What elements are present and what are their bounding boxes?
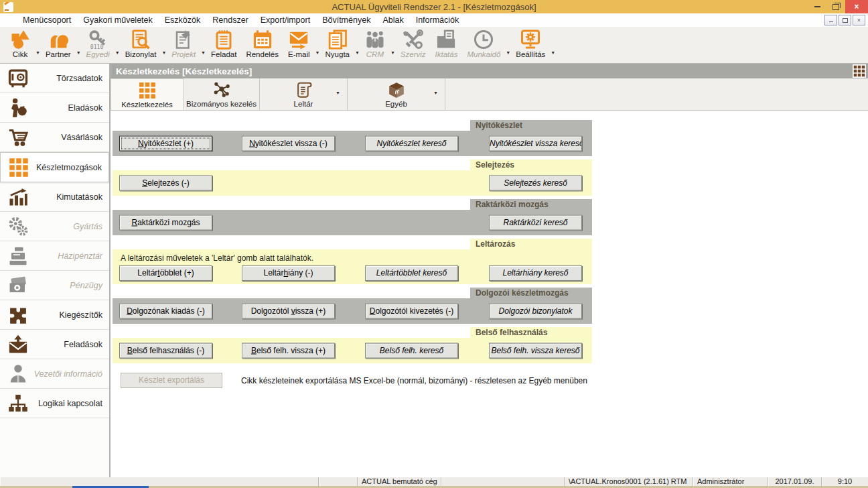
toolbar-label: Nyugta xyxy=(326,50,350,58)
tab-bizományos-kezelés[interactable]: Bizományos kezelés xyxy=(184,78,260,110)
svg-text:0110: 0110 xyxy=(90,44,104,50)
toolbar-crm-dropdown-arrow-icon[interactable]: ▼ xyxy=(390,50,396,55)
dolgozótól-kivezetés-button[interactable]: Dolgozótól kivezetés (-) xyxy=(365,304,458,319)
section-title: Leltározás xyxy=(469,238,592,249)
nyitókészlet-vissza-button[interactable]: Nyitókészlet vissza (-) xyxy=(242,136,335,151)
filing-folder-icon xyxy=(436,29,456,50)
title-bar: ACTUAL Ügyviteli Rendszer 2.1 - [Készlet… xyxy=(0,0,868,13)
toolbar-e-mail-dropdown-arrow-icon[interactable]: ▼ xyxy=(315,50,321,55)
dolgozói-bizonylatok-button[interactable]: Dolgozói bizonylatok xyxy=(489,304,582,319)
stock-export-button: Készlet exportálás xyxy=(121,373,222,388)
sidebar-item-label: Vezetői információ xyxy=(28,369,102,379)
toolbar-bizonylat-dropdown-arrow-icon[interactable]: ▼ xyxy=(161,50,167,55)
toolbar-label: Partner xyxy=(46,50,71,58)
dolgozónak-kiadás-button[interactable]: Dolgozónak kiadás (-) xyxy=(119,304,212,319)
tab-készletkezelés[interactable]: Készletkezelés xyxy=(111,78,184,110)
sidebar-item-törzsadatok[interactable]: Törzsadatok xyxy=(0,64,109,93)
sidebar-item-label: Vásárlások xyxy=(28,133,102,142)
person-icon xyxy=(8,364,28,384)
toolbar-rendelés-button[interactable]: Rendelés xyxy=(241,27,283,58)
tab-egyéb[interactable]: Egyéb▼ xyxy=(348,78,445,110)
menu-információk[interactable]: Információk xyxy=(410,15,465,25)
toolbar-munkaidő-dropdown-arrow-icon[interactable]: ▼ xyxy=(505,50,511,55)
toolbar-cikk-button[interactable]: Cikk xyxy=(5,27,35,58)
grid-icon xyxy=(139,82,156,99)
sidebar-item-kimutatások[interactable]: Kimutatások xyxy=(0,182,109,212)
dolgozótól-vissza-button[interactable]: Dolgozótól vissza (+) xyxy=(242,304,335,319)
minimize-button[interactable] xyxy=(808,0,826,13)
toolbar-cikk-dropdown-arrow-icon[interactable]: ▼ xyxy=(35,50,41,55)
toolbar-projekt-dropdown-arrow-icon[interactable]: ▼ xyxy=(200,50,206,55)
sidebar-item-label: Kimutatások xyxy=(28,192,102,202)
mdi-restore-button[interactable] xyxy=(839,15,851,25)
sidebar-item-logikai-kapcsolat[interactable]: Logikai kapcsolat xyxy=(0,389,109,418)
menu-gyakori-műveletek[interactable]: Gyakori műveletek xyxy=(77,15,159,25)
toolbar-bizonylat-button[interactable]: Bizonylat xyxy=(121,27,161,58)
belső-felh-vissza-kereső-button[interactable]: Belső felh. vissza kereső xyxy=(489,343,582,359)
main-toolbar: Cikk▼Partner▼0110Egyedi▼Bizonylat▼Projek… xyxy=(0,27,868,63)
status-database: \ACTUAL.Kronos0001 (2.1.61) RTM xyxy=(565,477,693,486)
sidebar-item-label: Pénzügy xyxy=(28,281,102,290)
menu-eszközök[interactable]: Eszközök xyxy=(159,15,207,25)
tab-dropdown-arrow-icon[interactable]: ▼ xyxy=(336,90,340,95)
box-icon xyxy=(388,81,405,99)
toolbar-egyedi-dropdown-arrow-icon[interactable]: ▼ xyxy=(115,50,121,55)
sidebar-item-eladások[interactable]: Eladások xyxy=(0,93,109,123)
sidebar-item-label: Gyártás xyxy=(28,222,102,231)
toolbar-nyugta-button[interactable]: Nyugta xyxy=(321,27,354,58)
section-nyitókészlet: NyitókészletNyitókészlet (+)Nyitókészlet… xyxy=(113,119,592,156)
toolbar-beállítás-dropdown-arrow-icon[interactable]: ▼ xyxy=(550,50,556,55)
restore-button[interactable] xyxy=(826,0,845,13)
nyitókészlet-button[interactable]: Nyitókészlet (+) xyxy=(119,136,212,151)
menu-ablak[interactable]: Ablak xyxy=(376,15,409,25)
raktárközi-mozgás-button[interactable]: Raktárközi mozgás xyxy=(119,215,212,231)
belső-felh-kereső-button[interactable]: Belső felh. kereső xyxy=(365,343,458,359)
leltárhiány-kereső-button[interactable]: Leltárhiány kereső xyxy=(489,265,582,281)
sidebar-item-gyártás: Gyártás xyxy=(0,212,109,241)
leltártöbblet-button[interactable]: Leltártöbblet (+) xyxy=(119,265,212,281)
menu-grid-icon[interactable] xyxy=(5,15,14,25)
service-tools-icon xyxy=(403,29,423,50)
sidebar-item-feladások[interactable]: Feladások xyxy=(0,330,109,359)
menu-menücsoport[interactable]: Menücsoport xyxy=(17,15,77,25)
raktárközi-kereső-button[interactable]: Raktárközi kereső xyxy=(489,215,582,231)
toolbar-label: Bizonylat xyxy=(125,50,157,58)
sidebar-item-kiegészítők[interactable]: Kiegészítők xyxy=(0,300,109,330)
export-row: Készlet exportálás Cikk készleteinek exp… xyxy=(113,373,868,388)
task-notepad-icon xyxy=(214,29,234,50)
selejtezés-button[interactable]: Selejtezés (-) xyxy=(119,176,212,191)
toolbar-projekt-button: Projekt xyxy=(167,27,200,58)
status-company: ACTUAL bemutató cég xyxy=(358,477,441,486)
close-button[interactable]: × xyxy=(845,0,868,13)
grid-icon[interactable] xyxy=(853,64,866,78)
sidebar-item-label: Házipénztár xyxy=(28,251,102,261)
menu-bővítmények[interactable]: Bővítmények xyxy=(316,15,376,25)
mdi-close-button[interactable]: × xyxy=(853,15,865,25)
sidebar-item-vásárlások[interactable]: Vásárlások xyxy=(0,123,109,152)
toolbar-nyugta-dropdown-arrow-icon[interactable]: ▼ xyxy=(354,50,360,55)
sidebar-item-pénzügy: Pénzügy xyxy=(0,271,109,300)
menu-export-import[interactable]: Export/import xyxy=(255,15,316,25)
status-empty-2 xyxy=(319,477,358,486)
toolbar-label: Szerviz xyxy=(401,50,426,58)
sidebar-item-label: Feladások xyxy=(28,340,102,349)
mdi-minimize-button[interactable] xyxy=(824,15,837,25)
toolbar-beállítás-button[interactable]: Beállítás xyxy=(511,27,550,58)
toolbar-partner-dropdown-arrow-icon[interactable]: ▼ xyxy=(76,50,82,55)
menu-rendszer[interactable]: Rendszer xyxy=(206,15,255,25)
tab-leltár[interactable]: Leltár▼ xyxy=(260,78,348,110)
nyitókészlet-vissza-kereső-button[interactable]: Nyitókészlet vissza kereső xyxy=(489,136,582,151)
toolbar-partner-button[interactable]: Partner xyxy=(41,27,76,58)
nyitókészlet-kereső-button[interactable]: Nyitókészlet kereső xyxy=(365,136,458,151)
leltártöbblet-kereső-button[interactable]: Leltártöbblet kereső xyxy=(365,265,458,281)
sidebar-item-készletmozgások[interactable]: Készletmozgások xyxy=(0,152,109,182)
toolbar-label: Cikk xyxy=(13,50,27,58)
toolbar-e-mail-button[interactable]: E-mail xyxy=(283,27,315,58)
belső-felhasználás-button[interactable]: Belső felhasználás (-) xyxy=(119,343,212,359)
toolbar-feladat-button[interactable]: Feladat xyxy=(206,27,241,58)
selejtezés-kereső-button[interactable]: Selejtezés kereső xyxy=(489,176,582,191)
leltárhiány-button[interactable]: Leltárhiány (-) xyxy=(242,265,335,281)
section-raktárközi-mozgás: Raktárközi mozgásRaktárközi mozgásRaktár… xyxy=(113,198,592,235)
tab-dropdown-arrow-icon[interactable]: ▼ xyxy=(433,90,438,95)
belső-felh-vissza-button[interactable]: Belső felh. vissza (+) xyxy=(242,343,335,359)
